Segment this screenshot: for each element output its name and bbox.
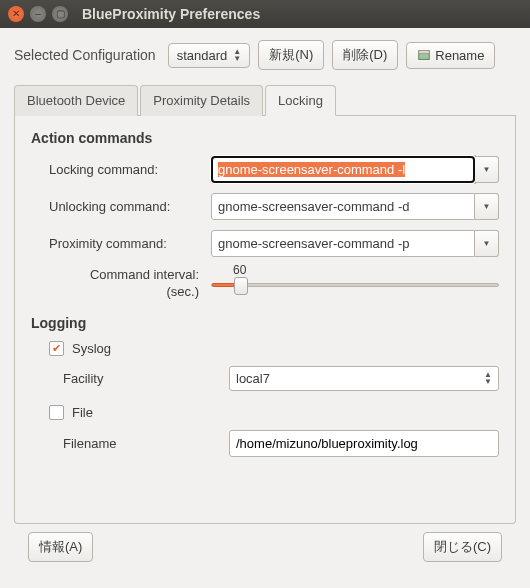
rename-button-label: Rename — [435, 48, 484, 63]
rename-button[interactable]: Rename — [406, 42, 495, 69]
facility-value: local7 — [236, 371, 484, 386]
filename-label: Filename — [63, 436, 229, 451]
updown-icon: ▲▼ — [484, 371, 492, 385]
config-select[interactable]: standard ▲▼ — [168, 43, 251, 68]
action-commands-heading: Action commands — [31, 130, 499, 146]
delete-button[interactable]: 削除(D) — [332, 40, 398, 70]
window-title: BlueProximity Preferences — [82, 6, 260, 22]
proximity-command-dropdown[interactable]: ▼ — [475, 230, 499, 257]
info-button[interactable]: 情報(A) — [28, 532, 93, 562]
locking-command-dropdown[interactable]: ▼ — [475, 156, 499, 183]
unlocking-command-input[interactable] — [211, 193, 475, 220]
config-select-value: standard — [177, 48, 228, 63]
file-label: File — [72, 405, 93, 420]
file-checkbox[interactable] — [49, 405, 64, 420]
close-window-icon[interactable]: ✕ — [8, 6, 24, 22]
unlocking-command-label: Unlocking command: — [31, 199, 211, 214]
config-label: Selected Configuration — [14, 47, 156, 63]
config-row: Selected Configuration standard ▲▼ 新規(N)… — [14, 40, 516, 70]
titlebar: ✕ – ▢ BlueProximity Preferences — [0, 0, 530, 28]
interval-label: Command interval:(sec.) — [31, 267, 211, 301]
maximize-window-icon[interactable]: ▢ — [52, 6, 68, 22]
rename-icon — [417, 48, 431, 62]
facility-label: Facility — [63, 371, 229, 386]
proximity-command-label: Proximity command: — [31, 236, 211, 251]
close-button[interactable]: 閉じる(C) — [423, 532, 502, 562]
tab-panel-locking: Action commands Locking command: ▼ Unloc… — [14, 116, 516, 524]
interval-slider[interactable] — [211, 283, 499, 287]
proximity-command-input[interactable] — [211, 230, 475, 257]
tab-locking[interactable]: Locking — [265, 85, 336, 116]
tab-proximity[interactable]: Proximity Details — [140, 85, 263, 116]
syslog-label: Syslog — [72, 341, 111, 356]
minimize-window-icon[interactable]: – — [30, 6, 46, 22]
interval-value: 60 — [233, 263, 246, 277]
locking-command-input[interactable] — [211, 156, 475, 183]
tab-bluetooth[interactable]: Bluetooth Device — [14, 85, 138, 116]
filename-input[interactable] — [229, 430, 499, 457]
updown-icon: ▲▼ — [233, 48, 241, 62]
logging-heading: Logging — [31, 315, 499, 331]
tabs: Bluetooth Device Proximity Details Locki… — [14, 84, 516, 116]
new-button[interactable]: 新規(N) — [258, 40, 324, 70]
syslog-checkbox[interactable]: ✔ — [49, 341, 64, 356]
unlocking-command-dropdown[interactable]: ▼ — [475, 193, 499, 220]
facility-select[interactable]: local7 ▲▼ — [229, 366, 499, 391]
locking-command-label: Locking command: — [31, 162, 211, 177]
slider-thumb[interactable] — [234, 277, 248, 295]
svg-rect-1 — [419, 51, 430, 54]
